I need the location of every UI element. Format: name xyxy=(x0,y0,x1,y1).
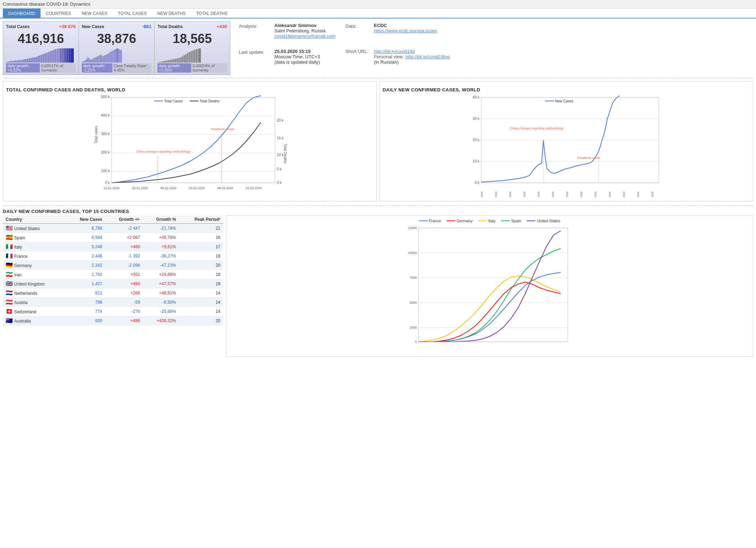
svg-rect-30 xyxy=(58,48,60,63)
tab-countries[interactable]: COUNTRIES xyxy=(41,9,76,18)
svg-rect-2 xyxy=(10,61,11,63)
peak-cell: 20 xyxy=(179,316,223,325)
growth-pct-cell: -47,23% xyxy=(143,261,179,270)
growth-abs-cell: +460 xyxy=(105,242,143,251)
svg-rect-40 xyxy=(83,61,84,63)
svg-rect-21 xyxy=(43,54,44,63)
svg-text:2500: 2500 xyxy=(409,326,417,329)
tab-new-deaths[interactable]: NEW DEATHS xyxy=(152,9,191,18)
svg-text:10.03.2020: 10.03.2020 xyxy=(622,191,625,197)
svg-rect-65 xyxy=(118,49,119,63)
svg-rect-88 xyxy=(192,50,194,63)
growth-abs-cell: +2 067 xyxy=(105,233,143,242)
total-cases-chart xyxy=(6,48,76,63)
svg-rect-59 xyxy=(109,52,111,63)
svg-rect-35 xyxy=(67,48,69,63)
svg-rect-38 xyxy=(72,48,74,63)
svg-rect-46 xyxy=(91,59,92,63)
country-chart-svg: 0 2500 5000 7500 10000 12500 xyxy=(229,224,750,352)
legend-usa: United States xyxy=(537,219,560,223)
country-cell: 🇩🇪Germany xyxy=(3,261,65,270)
country-cell: 🇦🇺Australia xyxy=(3,316,65,325)
svg-text:Total Deaths: Total Deaths xyxy=(200,99,220,103)
svg-text:12500: 12500 xyxy=(408,226,417,230)
growth-pct-cell: -25,86% xyxy=(143,307,179,316)
svg-rect-14 xyxy=(31,58,32,63)
last-update-value: 25.03.2020 15:15 xyxy=(274,49,345,54)
total-deaths-chart xyxy=(157,48,227,63)
data-label: Data: xyxy=(345,23,374,29)
svg-rect-68 xyxy=(157,62,159,63)
table-row: 🇩🇪Germany 2,342 -2 096 -47,23% 20 xyxy=(3,261,223,270)
svg-rect-8 xyxy=(20,60,21,63)
svg-rect-39 xyxy=(82,62,83,63)
svg-text:0 k: 0 k xyxy=(474,181,479,185)
country-cell: 🇫🇷France xyxy=(3,251,65,261)
growth-abs-cell: -270 xyxy=(105,307,143,316)
author-email[interactable]: covid19dynamics@gmail.com xyxy=(274,33,345,39)
personal-view[interactable]: http://bit.ly/covid19log xyxy=(406,54,450,59)
tab-total-cases[interactable]: TOTAL CASES xyxy=(113,9,152,18)
svg-text:Total Deaths: Total Deaths xyxy=(283,144,287,164)
svg-rect-60 xyxy=(111,51,112,63)
svg-rect-61 xyxy=(112,50,113,63)
svg-rect-75 xyxy=(170,60,171,63)
legend-italy: Italy xyxy=(488,219,495,223)
total-cases-footer: daily growth: +9,32% 0,00537% of humanit… xyxy=(6,63,76,73)
svg-rect-32 xyxy=(62,48,63,63)
peak-cell: 20 xyxy=(179,261,223,270)
svg-rect-13 xyxy=(29,58,30,63)
app-title: Coronavirus disease COVID-19: Dynamics xyxy=(3,1,90,7)
svg-rect-24 xyxy=(48,52,49,63)
col-growth-abs: Growth +/- xyxy=(105,216,143,224)
svg-rect-37 xyxy=(70,48,72,63)
svg-text:12.01.2020: 12.01.2020 xyxy=(103,186,119,190)
table-row: 🇮🇷Iran 1,762 +351 +24,88% 18 xyxy=(3,270,223,279)
legend-france: France xyxy=(429,219,441,223)
total-cases-chart-svg: 0 k 100 k 200 k 300 k 400 k 500 k 0 k 5 … xyxy=(6,94,374,197)
growth-abs-cell: -59 xyxy=(105,298,143,307)
data-link[interactable]: https://www.ecdc.europa.eu/en xyxy=(374,28,445,33)
new-cases-cell: 1,762 xyxy=(65,270,105,279)
svg-text:11.02.2020: 11.02.2020 xyxy=(565,191,568,197)
svg-text:03.03.2020: 03.03.2020 xyxy=(608,191,611,197)
svg-rect-69 xyxy=(159,62,161,63)
svg-rect-45 xyxy=(90,60,91,63)
svg-rect-90 xyxy=(196,49,197,63)
growth-pct-cell: -21,78% xyxy=(143,224,179,233)
svg-text:5000: 5000 xyxy=(409,301,417,304)
new-cases-cell: 774 xyxy=(65,307,105,316)
svg-rect-54 xyxy=(103,56,104,63)
svg-rect-0 xyxy=(6,62,7,63)
svg-text:10 k: 10 k xyxy=(472,159,479,163)
tab-total-deaths[interactable]: TOTAL DEATHS xyxy=(191,9,233,18)
col-growth-pct: Growth % xyxy=(143,216,179,224)
svg-text:26.01.2020: 26.01.2020 xyxy=(132,186,148,190)
tab-new-cases[interactable]: NEW CASES xyxy=(76,9,113,18)
svg-text:24.03.2020: 24.03.2020 xyxy=(650,191,654,197)
svg-text:Total cases: Total cases xyxy=(94,126,98,144)
svg-text:0 k: 0 k xyxy=(105,181,110,185)
svg-text:28.01.2020: 28.01.2020 xyxy=(537,191,540,197)
svg-rect-29 xyxy=(57,49,58,63)
growth-pct-cell: -36,27% xyxy=(143,251,179,261)
svg-rect-27 xyxy=(53,50,54,63)
svg-rect-48 xyxy=(94,58,95,63)
svg-rect-18 xyxy=(37,56,39,63)
svg-rect-87 xyxy=(191,51,192,63)
svg-text:New Cases: New Cases xyxy=(555,99,573,103)
svg-rect-70 xyxy=(161,62,162,63)
tab-dashboard[interactable]: DASHBOARD xyxy=(3,9,41,18)
country-cell: 🇺🇸United States xyxy=(3,224,65,233)
new-cases-cell: 2,446 xyxy=(65,251,105,261)
svg-rect-22 xyxy=(44,53,46,63)
peak-cell: 14 xyxy=(179,307,223,316)
last-update-note: (data is updated daily) xyxy=(274,59,345,65)
short-url[interactable]: http://bit.ly/covid19d xyxy=(374,49,445,54)
growth-abs-cell: +266 xyxy=(105,288,143,298)
svg-text:20 k: 20 k xyxy=(277,118,284,122)
growth-pct-cell: -6,90% xyxy=(143,298,179,307)
svg-rect-25 xyxy=(50,51,51,63)
svg-rect-55 xyxy=(104,55,105,63)
table-row: 🇦🇺Australia 600 +486 +426,32% 20 xyxy=(3,316,223,325)
